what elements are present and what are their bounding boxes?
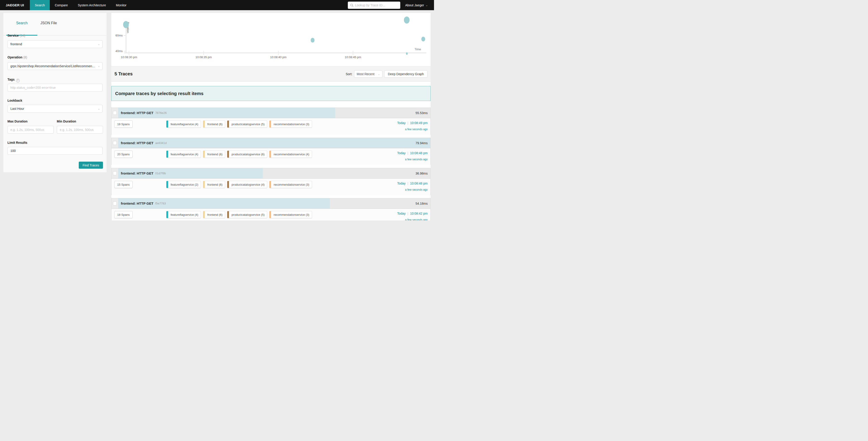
tab-json-file[interactable]: JSON File bbox=[34, 21, 63, 27]
scatter-point[interactable] bbox=[311, 38, 314, 42]
service-tag-chip: frontend (6) bbox=[203, 211, 225, 218]
nav-tab-compare[interactable]: Compare bbox=[50, 0, 73, 10]
trace-day-link[interactable]: Today bbox=[397, 212, 405, 215]
span-count-chip: 18 Spans bbox=[114, 120, 133, 128]
nav-tab-search[interactable]: Search bbox=[30, 0, 50, 10]
trace-relative-time: a few seconds ago bbox=[405, 128, 428, 131]
trace-card-body: 15 Spans featureflagservice (2) frontend… bbox=[112, 179, 430, 195]
trace-time-link[interactable]: 10:08:49 pm bbox=[410, 121, 428, 125]
trace-card-header[interactable]: frontend: HTTP GET ae8341d 79.94ms bbox=[112, 138, 430, 148]
span-count-chip: 15 Spans bbox=[114, 181, 133, 188]
trace-service-operation: frontend: HTTP GET bbox=[121, 111, 153, 115]
trace-card-header[interactable]: frontend: HTTP GET 01d7f9b 36.98ms bbox=[112, 168, 430, 179]
trace-lookup-input[interactable] bbox=[355, 3, 398, 7]
min-duration-input[interactable] bbox=[57, 126, 103, 134]
scatter-point[interactable] bbox=[421, 37, 425, 41]
about-jaeger-menu[interactable]: About Jaeger ⌄ bbox=[405, 3, 428, 7]
trace-service-operation: frontend: HTTP GET bbox=[121, 171, 153, 175]
trace-result-card[interactable]: frontend: HTTP GET 7876e26 55.53ms 18 Sp… bbox=[111, 108, 431, 135]
deep-dependency-graph-button[interactable]: Deep Dependency Graph bbox=[384, 70, 428, 78]
trace-card-body: 18 Spans featureflagservice (4) frontend… bbox=[112, 209, 430, 220]
tags-input[interactable] bbox=[7, 84, 102, 91]
service-tag-chip: productcatalogservice (4) bbox=[227, 181, 267, 188]
sort-label: Sort: bbox=[346, 72, 352, 76]
trace-relative-time: a few seconds ago bbox=[405, 158, 428, 161]
max-duration-label-wrap: Max Duration bbox=[7, 120, 54, 123]
scatter-point[interactable] bbox=[406, 52, 408, 55]
min-duration-label: Min Duration bbox=[57, 120, 103, 123]
meta-separator: | bbox=[407, 182, 408, 185]
tags-label: Tags? bbox=[7, 78, 102, 82]
trace-result-card[interactable]: frontend: HTTP GET ae8341d 79.94ms 20 Sp… bbox=[111, 138, 431, 165]
service-tags-row: featureflagservice (4) frontend (6) prod… bbox=[166, 211, 312, 218]
service-select[interactable]: frontend ⌄ bbox=[7, 40, 102, 48]
service-tag-chip: productcatalogservice (5) bbox=[227, 211, 267, 218]
service-tags-row: featureflagservice (4) frontend (6) prod… bbox=[166, 120, 312, 128]
trace-card-header[interactable]: frontend: HTTP GET f5e7783 54.18ms bbox=[112, 198, 430, 209]
lookback-select[interactable]: Last Hour ⌄ bbox=[7, 105, 102, 113]
service-field-group: Service(14) bbox=[7, 34, 102, 37]
trace-relative-time: a few seconds ago bbox=[405, 218, 428, 220]
trace-duration: 55.53ms bbox=[415, 108, 428, 118]
chevron-down-icon: ⌄ bbox=[98, 43, 100, 46]
results-header-controls: Sort: Most Recent ⌄ Deep Dependency Grap… bbox=[346, 70, 428, 78]
service-tags-row: featureflagservice (4) frontend (6) prod… bbox=[166, 151, 312, 158]
compare-banner: Compare traces by selecting result items bbox=[111, 86, 431, 101]
service-tag-chip: frontend (6) bbox=[203, 181, 225, 188]
service-tag-chip: recommendationservice (3) bbox=[269, 211, 312, 218]
checkbox-gutter bbox=[112, 198, 118, 208]
trace-select-checkbox[interactable] bbox=[113, 202, 117, 205]
span-count-chip: 18 Spans bbox=[114, 211, 133, 218]
trace-result-card[interactable]: frontend: HTTP GET 01d7f9b 36.98ms 15 Sp… bbox=[111, 168, 431, 195]
max-duration-input[interactable] bbox=[7, 126, 54, 134]
nav-tab-system-architecture[interactable]: System Architecture bbox=[73, 0, 111, 10]
trace-select-checkbox[interactable] bbox=[113, 171, 117, 175]
chevron-down-icon: ⌄ bbox=[378, 73, 380, 76]
service-tag-chip: featureflagservice (4) bbox=[166, 211, 201, 218]
brand-jaeger-ui[interactable]: JAEGER UI bbox=[0, 0, 30, 10]
scatter-point[interactable] bbox=[404, 17, 409, 24]
chevron-down-icon: ⌄ bbox=[426, 4, 428, 6]
service-tag-chip: frontend (6) bbox=[203, 151, 225, 158]
trace-card-header[interactable]: frontend: HTTP GET 7876e26 55.53ms bbox=[112, 108, 430, 118]
service-tag-chip: recommendationservice (4) bbox=[269, 151, 312, 158]
trace-id: 7876e26 bbox=[155, 111, 167, 115]
trace-select-checkbox[interactable] bbox=[113, 141, 117, 145]
nav-right-group: About Jaeger ⌄ bbox=[348, 0, 434, 10]
chevron-down-icon: ⌄ bbox=[98, 107, 100, 110]
sidebar-tabs: Search JSON File bbox=[3, 13, 106, 35]
scatter-point[interactable] bbox=[123, 21, 129, 28]
limit-results-input[interactable] bbox=[7, 147, 102, 155]
find-traces-button[interactable]: Find Traces bbox=[79, 161, 103, 169]
sort-select[interactable]: Most Recent ⌄ bbox=[354, 70, 382, 78]
trace-result-card[interactable]: frontend: HTTP GET f5e7783 54.18ms 18 Sp… bbox=[111, 198, 431, 220]
trace-time-link[interactable]: 10:08:42 pm bbox=[410, 212, 428, 215]
trace-time-link[interactable]: 10:08:48 pm bbox=[410, 151, 428, 155]
trace-lookup-box bbox=[348, 2, 400, 9]
trace-duration: 79.94ms bbox=[415, 138, 428, 148]
span-count-chip: 20 Spans bbox=[114, 151, 133, 158]
checkbox-gutter bbox=[112, 138, 118, 148]
max-duration-label: Max Duration bbox=[7, 120, 54, 123]
max-duration-input-wrap bbox=[7, 126, 54, 134]
trace-day-link[interactable]: Today bbox=[397, 182, 405, 185]
operation-value: grpc.hipstershop.RecommendationService/L… bbox=[10, 64, 99, 68]
trace-card-body: 20 Spans featureflagservice (4) frontend… bbox=[112, 148, 430, 165]
trace-select-checkbox[interactable] bbox=[113, 111, 117, 115]
trace-duration: 36.98ms bbox=[415, 168, 428, 178]
help-icon[interactable]: ? bbox=[16, 79, 20, 82]
tab-search[interactable]: Search bbox=[6, 21, 37, 27]
trace-duration: 54.18ms bbox=[415, 198, 428, 208]
trace-day-link[interactable]: Today bbox=[397, 121, 405, 125]
operation-select[interactable]: grpc.hipstershop.RecommendationService/L… bbox=[7, 62, 102, 70]
nav-tab-monitor[interactable]: Monitor bbox=[111, 0, 131, 10]
service-label: Service(14) bbox=[7, 34, 102, 37]
checkbox-gutter bbox=[112, 168, 118, 178]
lookback-select-wrap: Last Hour ⌄ bbox=[7, 105, 102, 113]
trace-time-link[interactable]: 10:08:48 pm bbox=[410, 182, 428, 185]
service-count: (14) bbox=[20, 34, 25, 37]
top-nav: JAEGER UI Search Compare System Architec… bbox=[0, 0, 434, 10]
meta-separator: | bbox=[407, 151, 408, 155]
meta-separator: | bbox=[407, 212, 408, 215]
trace-day-link[interactable]: Today bbox=[397, 151, 405, 155]
